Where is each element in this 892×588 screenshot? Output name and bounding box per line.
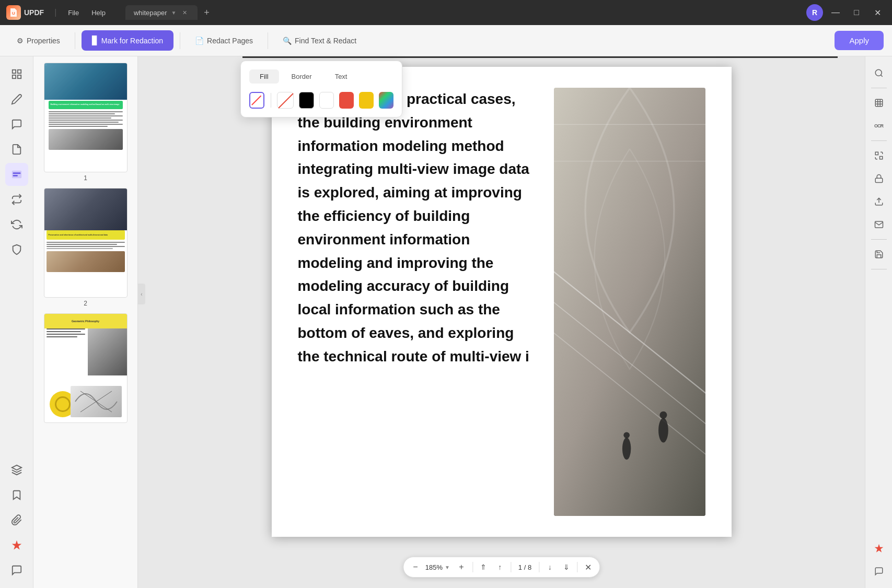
sidebar-icon-bookmark[interactable] xyxy=(5,484,28,507)
redact-pages-label: Redact Pages xyxy=(207,37,253,45)
sidebar-icon-attach[interactable] xyxy=(5,509,28,532)
redact-pages-button[interactable]: 📄 Redact Pages xyxy=(187,32,261,49)
lock-icon[interactable] xyxy=(868,168,889,189)
zoom-value-display[interactable]: 185% ▼ xyxy=(425,563,451,571)
comment-right-icon[interactable] xyxy=(868,561,889,582)
svg-point-20 xyxy=(622,438,630,460)
thumbnail-panel[interactable]: Building environment information modelin… xyxy=(33,56,138,588)
thumbnail-page-1-content: Building environment information modelin… xyxy=(44,63,128,172)
color-tabs: Fill Border Text xyxy=(249,69,393,84)
nav-last-button[interactable]: ⇓ xyxy=(559,560,574,574)
pdf-page-text-content: Combined with practical cases, the build… xyxy=(298,88,533,516)
zoom-percentage: 185% xyxy=(425,563,443,571)
sidebar-icon-edit[interactable] xyxy=(5,88,28,111)
app-logo[interactable]: U UPDF xyxy=(6,5,44,20)
thumbnail-page-1[interactable]: Building environment information modelin… xyxy=(38,63,133,182)
collapse-tab[interactable]: ‹ xyxy=(138,284,145,304)
pdf-viewer: Combined with practical cases, the build… xyxy=(138,56,865,588)
toolbar-separator-3 xyxy=(268,32,268,49)
find-text-redact-button[interactable]: 🔍 Find Text & Redact xyxy=(274,32,365,49)
nav-prev-button[interactable]: ↑ xyxy=(493,560,507,574)
share-icon[interactable] xyxy=(868,191,889,212)
thumbnail-page-2-content: Preservation and inheritance of architec… xyxy=(44,188,128,298)
zoom-separator-2 xyxy=(511,562,511,572)
sidebar-icon-redact[interactable] xyxy=(5,163,28,186)
right-sidebar: OCR xyxy=(865,56,892,588)
svg-rect-29 xyxy=(879,157,882,159)
minimize-button[interactable]: — xyxy=(827,4,844,21)
swatch-divider xyxy=(271,93,271,108)
new-tab-button[interactable]: + xyxy=(200,5,214,20)
sidebar-icon-pages[interactable] xyxy=(5,138,28,161)
zoom-out-button[interactable]: − xyxy=(408,559,423,575)
right-separator-2 xyxy=(871,140,887,141)
tab-label: whitepaper xyxy=(134,9,167,17)
scan-icon[interactable] xyxy=(868,145,889,166)
sidebar-bottom-icons xyxy=(5,458,28,582)
apply-button[interactable]: Apply xyxy=(835,31,884,50)
maximize-button[interactable]: □ xyxy=(848,4,865,21)
fill-tab[interactable]: Fill xyxy=(249,69,279,84)
swatch-none[interactable] xyxy=(249,92,264,109)
close-button[interactable]: ✕ xyxy=(869,4,886,21)
swatch-white[interactable] xyxy=(319,92,334,109)
right-separator-1 xyxy=(871,88,887,88)
thumbnail-page-2-label: 2 xyxy=(84,300,87,307)
help-menu[interactable]: Help xyxy=(86,7,111,19)
swatch-yellow[interactable] xyxy=(359,92,374,109)
app-name-label: UPDF xyxy=(24,8,44,17)
text-tab[interactable]: Text xyxy=(325,69,358,84)
apply-label: Apply xyxy=(849,36,869,45)
swatch-crossed[interactable] xyxy=(277,92,294,109)
thumbnail-page-3[interactable]: Geometric Philosophy xyxy=(38,313,133,423)
main-content: Building environment information modelin… xyxy=(0,56,892,588)
redact-pages-icon: 📄 xyxy=(195,37,204,45)
zoom-close-button[interactable]: ✕ xyxy=(581,560,595,574)
svg-rect-7 xyxy=(13,172,20,174)
swatch-multicolor[interactable] xyxy=(379,92,393,109)
right-separator-4 xyxy=(871,269,887,269)
tab-close-button[interactable]: ✕ xyxy=(181,8,189,17)
thumbnail-page-3-content: Geometric Philosophy xyxy=(44,313,128,423)
thumbnail-page-1-label: 1 xyxy=(84,174,87,182)
thumbnail-page-2[interactable]: Preservation and inheritance of architec… xyxy=(38,188,133,307)
search-icon-right[interactable] xyxy=(868,63,889,84)
zoom-dropdown-icon: ▼ xyxy=(445,565,450,570)
whitepaper-tab[interactable]: whitepaper ▼ ✕ xyxy=(125,5,198,20)
properties-button[interactable]: ⚙ Properties xyxy=(8,32,68,49)
zoom-in-button[interactable]: + xyxy=(454,559,469,575)
ai-sparkle-icon[interactable] xyxy=(868,538,889,559)
file-menu[interactable]: File xyxy=(63,7,84,19)
sidebar-icon-ai[interactable] xyxy=(5,534,28,557)
sidebar-icon-view[interactable] xyxy=(5,63,28,86)
mark-label: Mark for Redaction xyxy=(101,37,163,45)
find-text-icon: 🔍 xyxy=(283,37,292,45)
svg-rect-5 xyxy=(17,75,20,78)
email-icon[interactable] xyxy=(868,214,889,235)
sidebar-icon-chat[interactable] xyxy=(5,559,28,582)
border-tab[interactable]: Border xyxy=(281,69,322,84)
avatar[interactable]: R xyxy=(806,4,823,21)
toolbar-separator-1 xyxy=(75,32,75,49)
sidebar-icon-layers[interactable] xyxy=(5,458,28,481)
save-icon[interactable] xyxy=(868,244,889,265)
swatch-red[interactable] xyxy=(339,92,354,109)
nav-next-button[interactable]: ↓ xyxy=(542,560,557,574)
svg-rect-3 xyxy=(17,70,20,73)
title-bar-menu: File Help xyxy=(63,7,111,19)
ocr-icon[interactable]: OCR xyxy=(868,115,889,136)
pdf-page-image xyxy=(554,88,705,516)
sidebar-icon-convert[interactable] xyxy=(5,213,28,236)
svg-rect-23 xyxy=(875,99,883,107)
nav-first-button[interactable]: ⇑ xyxy=(476,560,491,574)
mark-for-redaction-button[interactable]: ▊ Mark for Redaction xyxy=(82,30,173,51)
sidebar-icon-protect[interactable] xyxy=(5,238,28,261)
zoom-fit-icon[interactable] xyxy=(868,92,889,113)
properties-label: Properties xyxy=(27,37,60,45)
sidebar-icon-comment[interactable] xyxy=(5,113,28,136)
sidebar-icon-extract[interactable] xyxy=(5,188,28,211)
svg-rect-4 xyxy=(12,75,15,78)
color-swatches xyxy=(249,92,393,109)
mark-icon: ▊ xyxy=(92,36,98,45)
swatch-black[interactable] xyxy=(299,92,314,109)
